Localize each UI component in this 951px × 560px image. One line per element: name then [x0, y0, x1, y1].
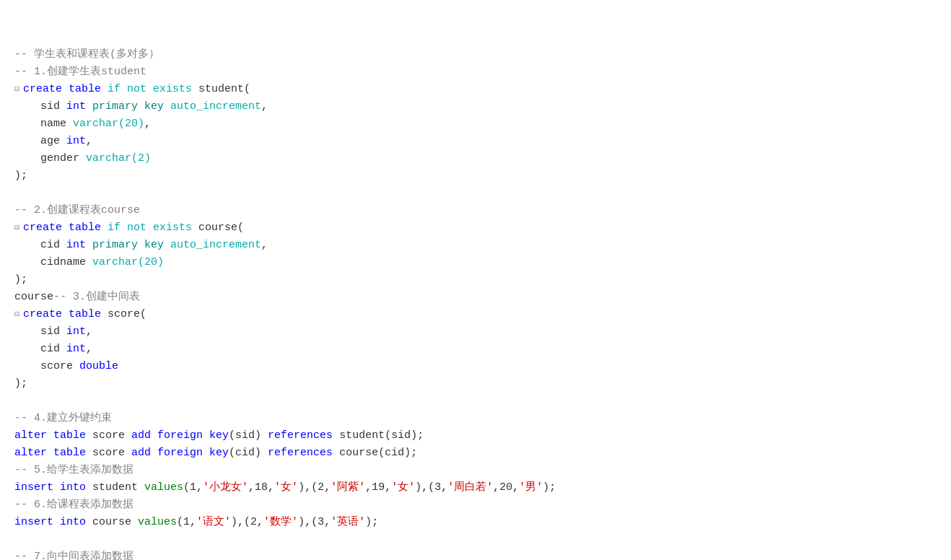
code-token: auto_increment	[170, 98, 261, 115]
code-token: score	[14, 358, 79, 375]
code-token: add foreign key	[131, 445, 229, 462]
code-line: age int,	[14, 133, 937, 150]
code-token: -- 3.创建中间表	[53, 289, 140, 306]
code-line: );	[14, 271, 937, 289]
code-line: cid int,	[14, 341, 937, 358]
code-token: references	[268, 445, 339, 462]
code-token: (cid)	[229, 445, 268, 462]
code-token: add foreign key	[131, 427, 229, 445]
code-token: auto_increment	[170, 237, 261, 254]
code-token: '英语'	[330, 514, 365, 531]
code-token: create table	[23, 81, 108, 98]
code-token: sid	[14, 98, 66, 115]
code-token: ,	[261, 237, 268, 254]
code-token: );	[14, 167, 27, 185]
code-line: ⊟create table if not exists student(	[14, 81, 937, 98]
code-token: '女'	[274, 479, 298, 496]
code-comment: -- 7.向中间表添加数据	[14, 548, 133, 560]
fold-indicator[interactable]: ⊟	[14, 83, 22, 97]
code-token: '小龙女'	[203, 479, 248, 496]
code-token: varchar(20)	[73, 115, 144, 133]
code-comment: -- 6.给课程表添加数据	[14, 496, 133, 514]
code-token: cidname	[14, 254, 92, 271]
code-token: if not exists	[108, 219, 198, 237]
code-token: int	[66, 98, 92, 115]
code-token: sid	[14, 323, 66, 341]
code-token: course	[92, 514, 138, 531]
code-token: );	[14, 375, 27, 393]
code-token: score	[92, 445, 131, 462]
code-comment: -- 学生表和课程表(多对多）	[14, 46, 159, 64]
code-token: varchar(2)	[86, 150, 151, 167]
code-token: '语文'	[196, 514, 231, 531]
code-line: );	[14, 167, 937, 185]
code-line: insert into course values(1,'语文'),(2,'数学…	[14, 514, 937, 531]
code-token: values	[144, 479, 183, 496]
code-token: create table	[23, 306, 108, 323]
code-line: alter table score add foreign key(sid) r…	[14, 427, 937, 445]
code-token: name	[14, 115, 73, 133]
code-token: '阿紫'	[330, 479, 365, 496]
code-token: cid	[14, 237, 66, 254]
code-line: -- 学生表和课程表(多对多）	[14, 46, 937, 64]
code-token: (1,	[177, 514, 196, 531]
code-line: );	[14, 375, 937, 393]
code-token: ),(2,	[298, 479, 330, 496]
code-token: score	[92, 427, 131, 445]
code-token: ,	[86, 341, 92, 358]
code-token: ,	[86, 133, 92, 150]
code-token: );	[543, 479, 556, 496]
code-token: course(	[198, 219, 244, 237]
code-token: (1,	[183, 479, 203, 496]
code-token: ,20,	[493, 479, 519, 496]
code-token: ),(2,	[231, 514, 263, 531]
code-line: name varchar(20),	[14, 115, 937, 133]
code-line: alter table score add foreign key(cid) r…	[14, 445, 937, 462]
code-token: );	[365, 514, 378, 531]
code-line: ⊟create table score(	[14, 306, 937, 323]
code-token: '周白若'	[447, 479, 493, 496]
code-token: (sid)	[229, 427, 268, 445]
code-line: course-- 3.创建中间表	[14, 289, 937, 306]
code-line	[14, 531, 937, 548]
code-token: ,	[261, 98, 268, 115]
code-token: int	[66, 237, 92, 254]
code-line: sid int primary key auto_increment,	[14, 98, 937, 115]
code-token: int	[66, 341, 86, 358]
code-line: ⊟create table if not exists course(	[14, 219, 937, 237]
code-token: double	[79, 358, 118, 375]
code-token: student(sid);	[339, 427, 424, 445]
code-line: -- 1.创建学生表student	[14, 64, 937, 81]
code-token: int	[66, 133, 86, 150]
code-token: primary key	[92, 237, 170, 254]
code-token: insert into	[14, 514, 92, 531]
code-comment: -- 1.创建学生表student	[14, 64, 146, 81]
code-token: if not exists	[108, 81, 198, 98]
code-line: -- 5.给学生表添加数据	[14, 462, 937, 479]
code-line: gender varchar(2)	[14, 150, 937, 167]
code-token: age	[14, 133, 66, 150]
code-line: insert into student values(1,'小龙女',18,'女…	[14, 479, 937, 496]
code-comment: -- 5.给学生表添加数据	[14, 462, 133, 479]
code-line	[14, 393, 937, 410]
code-token: ),(3,	[415, 479, 447, 496]
code-token: values	[138, 514, 177, 531]
code-token: alter table	[14, 445, 92, 462]
fold-indicator[interactable]: ⊟	[14, 222, 22, 235]
code-line: -- 6.给课程表添加数据	[14, 496, 937, 514]
code-token: cid	[14, 341, 66, 358]
code-token: );	[14, 271, 27, 289]
code-token: ,18,	[248, 479, 274, 496]
code-line: -- 4.建立外键约束	[14, 410, 937, 427]
code-token: '女'	[391, 479, 415, 496]
code-line: cid int primary key auto_increment,	[14, 237, 937, 254]
fold-indicator[interactable]: ⊟	[14, 308, 22, 322]
code-comment: -- 2.创建课程表course	[14, 202, 140, 219]
code-token: score(	[108, 306, 146, 323]
code-comment: -- 4.建立外键约束	[14, 410, 112, 427]
code-line: cidname varchar(20)	[14, 254, 937, 271]
code-editor: -- 学生表和课程表(多对多）-- 1.创建学生表student⊟create …	[0, 0, 951, 560]
code-token: references	[268, 427, 339, 445]
code-token: student(	[198, 81, 250, 98]
code-line: -- 2.创建课程表course	[14, 202, 937, 219]
